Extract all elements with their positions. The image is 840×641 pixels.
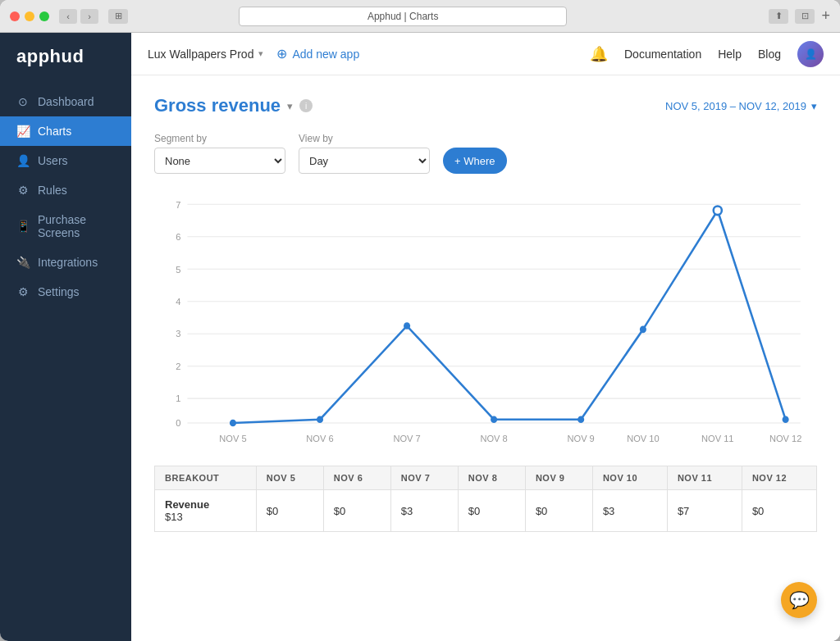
app-selector[interactable]: Lux Wallpapers Prod ▾ (148, 48, 263, 61)
svg-text:7: 7 (176, 199, 180, 209)
documentation-link[interactable]: Documentation (624, 48, 701, 61)
svg-point-31 (783, 416, 789, 423)
sidebar-item-dashboard[interactable]: ⊙ Dashboard (0, 87, 131, 116)
date-range-chevron-icon: ▾ (811, 100, 817, 112)
close-dot[interactable] (10, 11, 20, 21)
svg-text:NOV 7: NOV 7 (393, 434, 420, 443)
col-nov6: NOV 6 (323, 466, 390, 490)
col-nov7: NOV 7 (390, 466, 458, 490)
svg-text:NOV 9: NOV 9 (568, 434, 595, 443)
where-button[interactable]: + Where (443, 148, 507, 174)
view-by-group: View by Day Week Month (299, 133, 430, 174)
titlebar-right: ⬆ ⊡ + (769, 7, 830, 25)
segment-by-group: Segment by None (154, 133, 285, 174)
avatar-icon: 👤 (805, 48, 817, 60)
info-icon[interactable]: i (299, 99, 313, 112)
svg-text:1: 1 (176, 393, 180, 403)
user-avatar[interactable]: 👤 (797, 41, 824, 67)
rules-icon: ⚙ (16, 184, 30, 197)
view-by-select[interactable]: Day Week Month (299, 148, 430, 174)
val-nov8: $0 (458, 490, 525, 532)
chart-svg: 7 6 5 4 3 2 1 0 NOV 5 NOV 6 NOV 7 NOV 8 … (154, 187, 817, 449)
app-name: Lux Wallpapers Prod (148, 48, 253, 61)
notifications-icon[interactable]: 🔔 (590, 45, 608, 63)
sidebar-label-charts: Charts (38, 125, 71, 138)
svg-text:3: 3 (176, 329, 180, 339)
sidebar-item-purchase-screens[interactable]: 📱 Purchase Screens (0, 205, 131, 248)
blog-link[interactable]: Blog (758, 48, 781, 61)
users-icon: 👤 (16, 154, 30, 167)
svg-text:4: 4 (176, 297, 181, 307)
address-bar[interactable]: Apphud | Charts (239, 7, 567, 26)
view-by-label: View by (299, 133, 430, 144)
table-header-row: BREAKOUT NOV 5 NOV 6 NOV 7 NOV 8 NOV 9 N… (155, 466, 817, 490)
header-right: 🔔 Documentation Help Blog 👤 (590, 41, 824, 67)
sidebar-item-rules[interactable]: ⚙ Rules (0, 175, 131, 205)
segment-by-select[interactable]: None (154, 148, 285, 174)
sidebar-label-purchase-screens: Purchase Screens (38, 213, 115, 239)
date-range-text: NOV 5, 2019 – NOV 12, 2019 (665, 100, 806, 112)
val-nov9: $0 (525, 490, 592, 532)
titlebar: ‹ › ⊞ Apphud | Charts ⬆ ⊡ + (0, 0, 840, 33)
nav-buttons: ‹ › (59, 9, 98, 24)
sidebar-item-charts[interactable]: 📈 Charts (0, 116, 131, 146)
svg-text:2: 2 (176, 361, 180, 371)
svg-text:NOV 11: NOV 11 (701, 434, 733, 443)
add-app-button[interactable]: ⊕ Add new app (276, 46, 359, 61)
svg-text:0: 0 (176, 418, 180, 428)
date-range-selector[interactable]: NOV 5, 2019 – NOV 12, 2019 ▾ (665, 100, 817, 112)
filters-row: Segment by None View by Day Week Month (154, 133, 817, 174)
svg-text:NOV 10: NOV 10 (627, 434, 659, 443)
val-nov6: $0 (323, 490, 390, 532)
back-button[interactable]: ‹ (59, 9, 77, 24)
sidebar-item-settings[interactable]: ⚙ Settings (0, 277, 131, 307)
svg-point-27 (491, 416, 497, 423)
segment-by-label: Segment by (154, 133, 285, 144)
share-button[interactable]: ⬆ (769, 9, 788, 24)
window-title: Apphud | Charts (368, 11, 439, 22)
plus-circle-icon: ⊕ (276, 46, 287, 61)
page-title-row: Gross revenue ▾ i NOV 5, 2019 – NOV 12, … (154, 95, 817, 116)
svg-text:NOV 5: NOV 5 (219, 434, 246, 443)
val-nov7: $3 (390, 490, 458, 532)
table-row: Revenue $13 $0 $0 $3 $0 $0 $3 $7 $0 (155, 490, 817, 532)
chart-container: 7 6 5 4 3 2 1 0 NOV 5 NOV 6 NOV 7 NOV 8 … (154, 187, 817, 449)
minimize-dot[interactable] (25, 11, 34, 21)
page-title-text: Gross revenue (154, 95, 281, 116)
sidebar-item-integrations[interactable]: 🔌 Integrations (0, 248, 131, 277)
revenue-label: Revenue (165, 498, 209, 511)
main-content: Gross revenue ▾ i NOV 5, 2019 – NOV 12, … (131, 75, 840, 641)
svg-point-30 (714, 206, 722, 215)
settings-icon: ⚙ (16, 285, 30, 298)
maximize-dot[interactable] (39, 11, 49, 21)
add-app-label: Add new app (292, 48, 359, 61)
chat-button[interactable]: 💬 (781, 582, 817, 618)
col-nov10: NOV 10 (592, 466, 667, 490)
sidebar: apphud ⊙ Dashboard 📈 Charts 👤 Users ⚙ Ru… (0, 33, 131, 641)
app-logo: apphud (0, 46, 131, 87)
title-chevron-icon[interactable]: ▾ (287, 100, 293, 112)
breakout-cell: Revenue $13 (155, 490, 257, 532)
val-nov11: $7 (667, 490, 742, 532)
svg-text:NOV 8: NOV 8 (480, 434, 507, 443)
purchase-screens-icon: 📱 (16, 220, 30, 233)
sidebar-label-settings: Settings (38, 285, 80, 298)
window-button[interactable]: ⊡ (795, 9, 815, 24)
sidebar-label-rules: Rules (38, 184, 67, 197)
new-tab-button[interactable]: + (821, 7, 830, 25)
val-nov10: $3 (592, 490, 667, 532)
charts-icon: 📈 (16, 125, 30, 138)
sidebar-label-dashboard: Dashboard (38, 95, 94, 108)
dashboard-icon: ⊙ (16, 95, 30, 108)
sidebar-item-users[interactable]: 👤 Users (0, 146, 131, 175)
forward-button[interactable]: › (80, 9, 98, 24)
page-title: Gross revenue ▾ i (154, 95, 313, 116)
help-link[interactable]: Help (718, 48, 742, 61)
layout-button[interactable]: ⊞ (108, 9, 128, 24)
chat-icon: 💬 (789, 590, 810, 610)
col-breakout: BREAKOUT (155, 466, 257, 490)
val-nov5: $0 (256, 490, 323, 532)
svg-text:NOV 6: NOV 6 (306, 434, 333, 443)
sidebar-label-users: Users (38, 154, 68, 167)
chevron-down-icon: ▾ (258, 48, 263, 59)
